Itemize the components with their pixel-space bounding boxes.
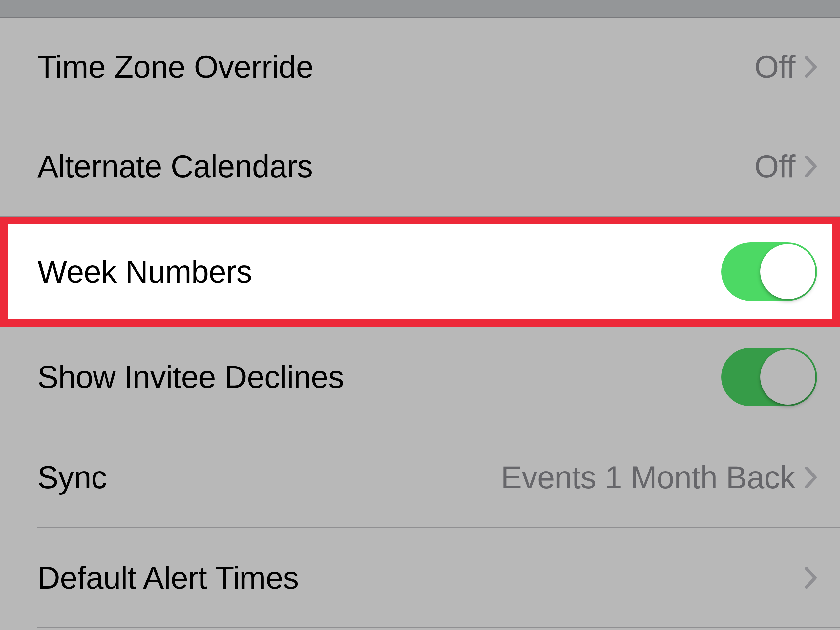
highlighted-row: Week Numbers [0, 216, 840, 327]
row-alternate-calendars[interactable]: Alternate Calendars Off [0, 116, 840, 216]
settings-list: Time Zone Override Off Alternate Calenda… [0, 18, 840, 628]
row-label: Week Numbers [38, 254, 252, 290]
row-right: Off [754, 148, 817, 185]
row-right [721, 243, 817, 301]
row-value: Events 1 Month Back [501, 459, 795, 496]
chevron-right-icon [805, 56, 817, 78]
chevron-right-icon [805, 467, 817, 488]
row-right: Events 1 Month Back [501, 459, 817, 496]
row-label: Sync [38, 459, 107, 496]
row-default-alert-times[interactable]: Default Alert Times [0, 527, 840, 628]
toggle-show-invitee-declines[interactable] [721, 348, 817, 406]
row-right [721, 348, 817, 406]
row-week-numbers[interactable]: Week Numbers [0, 216, 840, 327]
row-value: Off [754, 148, 795, 185]
toggle-knob [760, 244, 815, 299]
row-label: Show Invitee Declines [38, 359, 344, 395]
row-label: Time Zone Override [38, 49, 313, 85]
row-sync[interactable]: Sync Events 1 Month Back [0, 427, 840, 527]
toggle-week-numbers[interactable] [721, 243, 817, 301]
row-show-invitee-declines[interactable]: Show Invitee Declines [0, 327, 840, 427]
chevron-right-icon [805, 156, 817, 177]
row-right: Off [754, 49, 817, 85]
row-time-zone-override[interactable]: Time Zone Override Off [0, 18, 840, 116]
row-separator [38, 627, 840, 628]
chevron-right-icon [805, 567, 817, 589]
row-label: Alternate Calendars [38, 148, 313, 185]
row-label: Default Alert Times [38, 560, 298, 596]
row-right [805, 567, 817, 589]
row-value: Off [754, 49, 795, 85]
toggle-knob [760, 349, 815, 404]
nav-bar-strip [0, 0, 840, 18]
